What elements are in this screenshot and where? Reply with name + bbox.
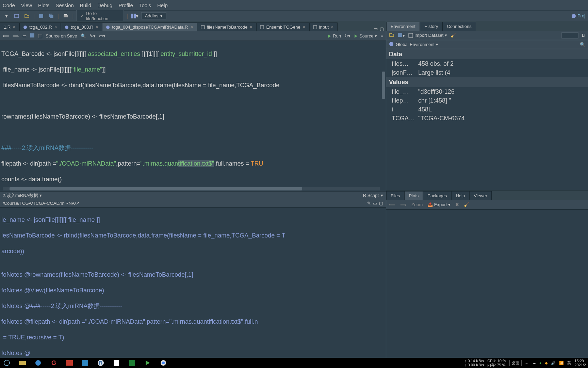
- section-navigator[interactable]: 2.读入miRNA数据 ▾: [3, 193, 42, 199]
- tray-network-icon[interactable]: 📶: [559, 361, 564, 365]
- env-var-file[interactable]: file_…"d3efff30-126: [386, 87, 588, 96]
- notepad-icon[interactable]: [112, 359, 121, 367]
- back-icon[interactable]: ⟸: [3, 33, 9, 39]
- source-on-save-checkbox[interactable]: [38, 34, 42, 38]
- save-workspace-icon[interactable]: ▾: [398, 32, 405, 38]
- minimize-pane-icon[interactable]: ▭: [374, 26, 378, 31]
- menu-debug[interactable]: Debug: [97, 2, 112, 8]
- tab-file-4[interactable]: tcga_004_disposeTCGAmiRNAData.R✕: [102, 22, 197, 31]
- tab-file-2[interactable]: tcga_002.R✕: [19, 22, 61, 31]
- tab-packages[interactable]: Packages: [423, 191, 451, 200]
- app-g-icon[interactable]: G: [49, 359, 59, 367]
- excel-icon[interactable]: [127, 359, 137, 367]
- scope-dropdown[interactable]: Global Environment ▾: [396, 42, 438, 47]
- app-blue-icon[interactable]: [80, 359, 90, 367]
- wand-icon[interactable]: ✎▾: [89, 33, 96, 39]
- explorer-icon[interactable]: [18, 359, 27, 367]
- tray-chevron-icon[interactable]: ︿: [525, 361, 529, 366]
- env-var-i[interactable]: i458L: [386, 105, 588, 114]
- load-workspace-icon[interactable]: [389, 32, 394, 39]
- env-var-filep[interactable]: filep…chr [1:458] ": [386, 96, 588, 105]
- close-icon[interactable]: ✕: [331, 25, 334, 29]
- print-icon[interactable]: [62, 13, 69, 19]
- clock[interactable]: 15:29 2021/2: [574, 359, 586, 367]
- clear-console-icon[interactable]: ✎: [367, 201, 371, 206]
- env-search-input[interactable]: [561, 32, 578, 39]
- close-icon[interactable]: ✕: [249, 25, 252, 29]
- start-button[interactable]: [2, 359, 12, 367]
- menu-session[interactable]: Session: [55, 2, 74, 8]
- tab-file-5[interactable]: filesNameToBarcode✕: [197, 22, 257, 31]
- tray-volume-icon[interactable]: 🔊: [551, 361, 556, 365]
- new-file-icon[interactable]: ▾: [3, 13, 10, 19]
- tab-file-6[interactable]: EnsemblTOGene✕: [256, 22, 309, 31]
- tray-wechat-icon[interactable]: ●: [539, 361, 542, 365]
- app-red-icon[interactable]: [65, 359, 74, 367]
- forward-icon[interactable]: ⟹: [13, 33, 19, 39]
- tab-viewer[interactable]: Viewer: [469, 191, 492, 200]
- tab-help[interactable]: Help: [451, 191, 469, 200]
- save-file-icon[interactable]: [30, 33, 35, 39]
- env-var-tcga[interactable]: TCGA_…"TCGA-CM-6674: [386, 114, 588, 123]
- go-to-file-input[interactable]: ↗ Go to file/function: [76, 10, 124, 22]
- tray-onedrive-icon[interactable]: ☁: [532, 361, 536, 365]
- edge-icon[interactable]: [33, 359, 43, 367]
- grid-icon[interactable]: ▾: [131, 13, 138, 19]
- new-project-icon[interactable]: [13, 13, 20, 19]
- minimize-pane-icon[interactable]: ▭: [373, 201, 377, 206]
- clear-env-icon[interactable]: 🧹: [451, 33, 456, 38]
- ime-indicator[interactable]: 英: [567, 361, 571, 366]
- save-icon[interactable]: [37, 13, 45, 19]
- open-file-icon[interactable]: [23, 13, 31, 19]
- rerun-icon[interactable]: ↻▾: [344, 33, 350, 39]
- rstudio-icon[interactable]: R: [96, 359, 105, 367]
- chrome-icon[interactable]: [159, 359, 168, 367]
- close-icon[interactable]: ✕: [54, 25, 57, 29]
- tray-app-icon[interactable]: ◆: [545, 361, 548, 365]
- tab-file-7[interactable]: input✕: [309, 22, 338, 31]
- maximize-pane-icon[interactable]: ▢: [380, 26, 384, 31]
- tab-environment[interactable]: Environment: [386, 22, 420, 31]
- project-menu[interactable]: Proj: [571, 13, 585, 18]
- editor-vscroll[interactable]: [382, 72, 385, 99]
- menu-plots[interactable]: Plots: [38, 2, 49, 8]
- tab-file-3[interactable]: tcga_003.R✕: [61, 22, 102, 31]
- menu-help[interactable]: Help: [157, 2, 168, 8]
- close-icon[interactable]: ✕: [95, 25, 98, 29]
- tab-connections[interactable]: Connections: [442, 22, 476, 31]
- env-var-files[interactable]: files…458 obs. of 2: [386, 59, 588, 68]
- tab-files[interactable]: Files: [386, 191, 404, 200]
- source-button[interactable]: Source ▾: [354, 33, 377, 39]
- menu-profile[interactable]: Profile: [118, 2, 133, 8]
- tab-file-1[interactable]: 1.R✕: [0, 22, 19, 31]
- menu-code[interactable]: Code: [3, 2, 15, 8]
- find-icon[interactable]: 🔍: [81, 33, 86, 39]
- close-icon[interactable]: ✕: [303, 25, 306, 29]
- export-button[interactable]: 📤 Export ▾: [427, 202, 451, 207]
- save-all-icon[interactable]: [48, 13, 55, 19]
- player-icon[interactable]: [143, 359, 152, 367]
- code-editor[interactable]: TCGA_Barcode <- jsonFile[[i]][[ associat…: [0, 41, 386, 191]
- outline-icon[interactable]: ≡: [380, 33, 383, 39]
- refresh-icon[interactable]: 🔍: [580, 42, 585, 47]
- close-icon[interactable]: ✕: [13, 25, 16, 29]
- tab-history[interactable]: History: [420, 22, 442, 31]
- env-var-jsonF[interactable]: jsonF…Large list (4: [386, 68, 588, 77]
- show-desktop-button[interactable]: 桌面: [509, 360, 522, 366]
- arrow-icon[interactable]: ↗: [76, 201, 80, 206]
- console[interactable]: le_name <- jsonFile[[i]][[ file_name ]] …: [0, 208, 386, 358]
- editor-hscroll[interactable]: [3, 187, 380, 190]
- menu-tools[interactable]: Tools: [139, 2, 151, 8]
- file-type-label[interactable]: R Script: [363, 193, 379, 198]
- tab-plots[interactable]: Plots: [404, 191, 423, 200]
- report-icon[interactable]: ▭▾: [99, 33, 105, 39]
- menu-view[interactable]: View: [21, 2, 32, 8]
- menu-build[interactable]: Build: [80, 2, 91, 8]
- run-button[interactable]: Run: [327, 33, 341, 39]
- import-dataset-button[interactable]: Import Dataset ▾: [408, 33, 447, 38]
- addins-dropdown[interactable]: Addins ▾: [141, 12, 167, 19]
- maximize-pane-icon[interactable]: ▢: [379, 201, 383, 206]
- close-icon[interactable]: ✕: [190, 25, 193, 29]
- list-view-button[interactable]: Li: [582, 33, 585, 38]
- show-in-new-window-icon[interactable]: ▭: [22, 33, 27, 39]
